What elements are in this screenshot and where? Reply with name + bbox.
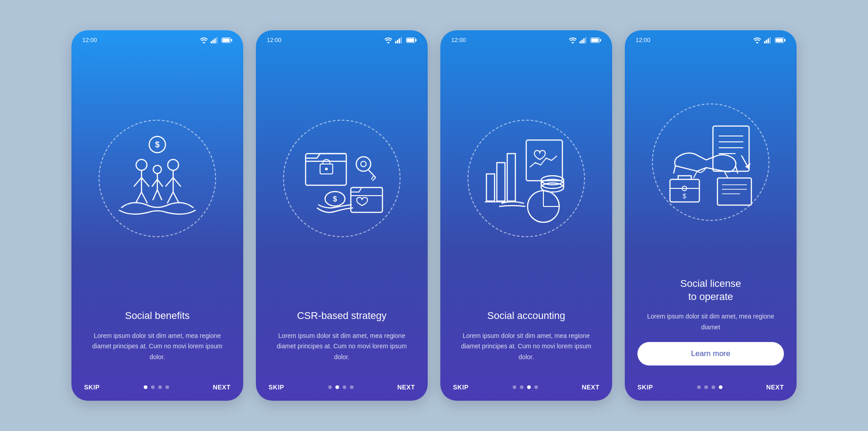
text-area-2: CSR-based strategy Lorem ipsum dolor sit… <box>256 309 428 376</box>
screen-body-1: Lorem ipsum dolor sit dim amet, mea regi… <box>84 331 231 363</box>
svg-rect-52 <box>486 174 495 201</box>
svg-line-41 <box>373 178 376 181</box>
nav-bar-1: SKIP NEXT <box>71 376 243 401</box>
next-button-2[interactable]: NEXT <box>397 384 415 391</box>
screen-title-4: Social license to operate <box>637 277 784 303</box>
dot-1-3 <box>158 385 162 389</box>
svg-rect-3 <box>216 37 217 43</box>
dot-4-4 <box>719 385 722 389</box>
svg-line-24 <box>173 178 181 187</box>
dot-2-1 <box>328 385 332 389</box>
phones-container: 12:00 <box>53 12 815 419</box>
svg-rect-48 <box>585 37 586 43</box>
dot-1-1 <box>144 385 147 389</box>
svg-rect-0 <box>211 41 212 43</box>
skip-button-1[interactable]: SKIP <box>84 384 100 391</box>
skip-button-3[interactable]: SKIP <box>453 384 469 391</box>
dots-1 <box>144 385 169 389</box>
dot-3-2 <box>520 385 524 389</box>
svg-line-73 <box>736 166 738 173</box>
svg-rect-29 <box>399 38 400 43</box>
status-bar-1: 12:00 <box>71 30 243 47</box>
dot-3-3 <box>527 385 531 389</box>
screen-body-3: Lorem ipsum dolor sit dim amet, mea regi… <box>453 331 599 363</box>
svg-line-17 <box>152 179 157 187</box>
text-area-4: Social license to operate Lorem ipsum do… <box>625 277 797 376</box>
svg-rect-2 <box>214 38 216 43</box>
wifi-icon-4 <box>753 37 761 43</box>
signal-icon-3 <box>580 37 588 43</box>
battery-icon-3 <box>590 37 601 43</box>
svg-point-38 <box>361 161 366 167</box>
illustration-2: $ <box>256 47 428 309</box>
dashed-circle-2: $ <box>283 120 401 237</box>
nav-bar-2: SKIP NEXT <box>256 376 428 401</box>
dashed-circle-4: $ <box>652 103 769 221</box>
dot-4-2 <box>704 385 708 389</box>
svg-rect-68 <box>769 37 771 43</box>
time-4: 12:00 <box>636 37 651 43</box>
phone-1: 12:00 <box>71 30 243 401</box>
illustration-3 <box>440 47 612 309</box>
phone-3: 12:00 <box>440 30 612 401</box>
screen-body-4: Lorem ipsum dolor sit dim amet, mea regi… <box>637 311 784 333</box>
svg-rect-46 <box>581 40 583 43</box>
svg-rect-51 <box>600 39 601 41</box>
svg-rect-85 <box>717 178 751 205</box>
status-icons-1 <box>200 37 232 43</box>
skip-button-2[interactable]: SKIP <box>269 384 284 391</box>
svg-line-72 <box>674 166 675 173</box>
wifi-icon-3 <box>569 37 577 43</box>
svg-rect-45 <box>580 41 581 43</box>
svg-line-19 <box>153 190 157 200</box>
dot-2-3 <box>343 385 346 389</box>
battery-icon-4 <box>775 37 786 43</box>
learn-more-button[interactable]: Learn more <box>637 342 784 365</box>
wifi-icon <box>200 37 208 43</box>
signal-icon-4 <box>764 37 772 43</box>
dashed-circle-1: $ <box>99 120 216 237</box>
dots-4 <box>697 385 722 389</box>
svg-text:$: $ <box>683 192 686 200</box>
time-2: 12:00 <box>267 37 282 43</box>
time-3: 12:00 <box>451 37 466 43</box>
screen-title-1: Social benefits <box>84 309 231 323</box>
screen-title-2: CSR-based strategy <box>269 309 415 323</box>
svg-rect-70 <box>776 38 783 42</box>
phone-4: 12:00 <box>625 30 797 401</box>
dot-2-2 <box>335 385 339 389</box>
dot-1-2 <box>151 385 155 389</box>
next-button-1[interactable]: NEXT <box>213 384 231 391</box>
svg-point-21 <box>168 159 179 170</box>
next-button-3[interactable]: NEXT <box>582 384 599 391</box>
svg-line-14 <box>142 192 147 203</box>
svg-rect-30 <box>401 37 402 43</box>
svg-rect-78 <box>713 126 749 171</box>
svg-point-9 <box>136 159 147 170</box>
next-button-4[interactable]: NEXT <box>766 384 784 391</box>
svg-point-15 <box>153 165 161 173</box>
svg-point-36 <box>325 168 328 170</box>
svg-line-12 <box>142 178 149 187</box>
svg-rect-33 <box>415 39 417 41</box>
dot-1-4 <box>165 385 169 389</box>
svg-rect-65 <box>764 41 765 43</box>
wifi-icon-2 <box>384 37 392 43</box>
skip-button-4[interactable]: SKIP <box>637 384 653 391</box>
signal-icon-2 <box>395 37 403 43</box>
dots-2 <box>328 385 354 389</box>
svg-rect-27 <box>395 41 396 43</box>
svg-line-20 <box>157 190 162 200</box>
dot-3-4 <box>534 385 538 389</box>
phone-2: 12:00 <box>256 30 428 401</box>
svg-text:$: $ <box>333 195 337 203</box>
svg-rect-32 <box>407 38 414 42</box>
dot-4-1 <box>697 385 701 389</box>
illustration-1: $ <box>71 47 243 309</box>
battery-icon-2 <box>406 37 417 43</box>
svg-rect-71 <box>784 39 786 41</box>
dot-2-4 <box>350 385 354 389</box>
svg-rect-1 <box>212 40 214 43</box>
screen-title-3: Social accounting <box>453 309 599 323</box>
svg-rect-6 <box>231 39 232 41</box>
